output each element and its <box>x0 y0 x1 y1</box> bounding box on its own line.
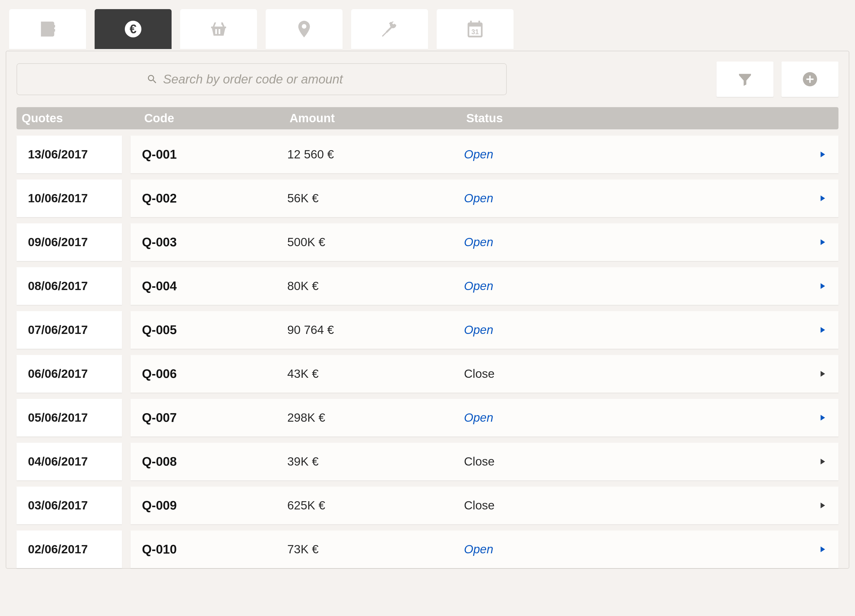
row-status: Close <box>464 455 810 469</box>
row-content[interactable]: Q-009625K €Close <box>130 487 838 524</box>
row-open-button[interactable] <box>810 412 827 423</box>
basket-icon <box>208 19 228 39</box>
row-status: Close <box>464 499 810 512</box>
row-code: Q-009 <box>142 498 287 513</box>
row-content[interactable]: Q-00480K €Open <box>130 267 838 305</box>
svg-text:31: 31 <box>471 28 479 35</box>
row-date: 08/06/2017 <box>17 267 122 305</box>
header-code: Code <box>144 112 290 125</box>
row-amount: 298K € <box>287 411 464 424</box>
row-date: 13/06/2017 <box>17 136 122 173</box>
tools-icon <box>380 19 400 39</box>
tab-euro[interactable]: € <box>95 9 172 49</box>
table-row: 07/06/2017Q-00590 764 €Open <box>17 311 838 349</box>
row-amount: 39K € <box>287 455 464 469</box>
row-open-button[interactable] <box>810 368 827 380</box>
chevron-right-icon <box>817 149 827 160</box>
row-open-button[interactable] <box>810 280 827 292</box>
filter-icon <box>737 71 753 87</box>
search-icon <box>147 74 158 85</box>
row-open-button[interactable] <box>810 324 827 336</box>
table-row: 10/06/2017Q-00256K €Open <box>17 179 838 217</box>
row-status: Open <box>464 235 810 249</box>
row-date: 06/06/2017 <box>17 355 122 392</box>
row-date: 09/06/2017 <box>17 224 122 261</box>
row-code: Q-006 <box>142 367 287 381</box>
header-quotes: Quotes <box>21 112 144 125</box>
row-code: Q-004 <box>142 279 287 293</box>
location-icon <box>294 19 314 39</box>
euro-icon: € <box>123 19 143 39</box>
chevron-right-icon <box>817 500 827 511</box>
row-amount: 56K € <box>287 192 464 205</box>
row-amount: 500K € <box>287 235 464 249</box>
table-row: 04/06/2017Q-00839K €Close <box>17 443 838 480</box>
table-row: 03/06/2017Q-009625K €Close <box>17 487 838 524</box>
chevron-right-icon <box>817 456 827 467</box>
plus-circle-icon <box>801 70 818 88</box>
row-open-button[interactable] <box>810 544 827 555</box>
row-amount: 12 560 € <box>287 147 464 161</box>
search-field[interactable] <box>17 63 507 95</box>
row-status: Close <box>464 367 810 381</box>
table-row: 05/06/2017Q-007298K €Open <box>17 399 838 437</box>
row-date: 03/06/2017 <box>17 487 122 524</box>
chevron-right-icon <box>817 324 827 336</box>
table-row: 08/06/2017Q-00480K €Open <box>17 267 838 305</box>
header-status: Status <box>466 112 834 125</box>
row-content[interactable]: Q-003500K €Open <box>130 224 838 261</box>
row-content[interactable]: Q-00590 764 €Open <box>130 311 838 349</box>
calendar-icon: 31 <box>465 19 485 39</box>
row-code: Q-010 <box>142 542 287 556</box>
svg-text:€: € <box>130 22 136 36</box>
row-status: Open <box>464 542 810 556</box>
quotes-panel: Quotes Code Amount Status 13/06/2017Q-00… <box>6 51 849 569</box>
row-amount: 43K € <box>287 367 464 381</box>
row-amount: 625K € <box>287 499 464 512</box>
header-amount: Amount <box>290 112 466 125</box>
tab-location[interactable] <box>266 9 343 49</box>
row-content[interactable]: Q-01073K €Open <box>130 530 838 568</box>
chevron-right-icon <box>817 193 827 204</box>
tab-tools[interactable] <box>351 9 428 49</box>
chevron-right-icon <box>817 412 827 423</box>
toolbar <box>17 61 838 97</box>
row-content[interactable]: Q-00839K €Close <box>130 443 838 480</box>
row-open-button[interactable] <box>810 236 827 248</box>
row-content[interactable]: Q-007298K €Open <box>130 399 838 437</box>
search-input[interactable] <box>163 72 377 86</box>
row-date: 04/06/2017 <box>17 443 122 480</box>
row-status: Open <box>464 323 810 337</box>
row-status: Open <box>464 192 810 205</box>
table-row: 13/06/2017Q-00112 560 €Open <box>17 136 838 173</box>
filter-button[interactable] <box>717 61 774 97</box>
row-status: Open <box>464 279 810 293</box>
row-open-button[interactable] <box>810 456 827 467</box>
tab-contact[interactable] <box>9 9 86 49</box>
row-open-button[interactable] <box>810 149 827 160</box>
chevron-right-icon <box>817 368 827 380</box>
tab-calendar[interactable]: 31 <box>437 9 513 49</box>
row-content[interactable]: Q-00643K €Close <box>130 355 838 392</box>
row-content[interactable]: Q-00112 560 €Open <box>130 136 838 173</box>
add-button[interactable] <box>781 61 838 97</box>
row-amount: 90 764 € <box>287 323 464 337</box>
contact-icon <box>38 19 58 39</box>
row-content[interactable]: Q-00256K €Open <box>130 179 838 217</box>
row-status: Open <box>464 147 810 161</box>
tab-basket[interactable] <box>180 9 257 49</box>
chevron-right-icon <box>817 236 827 248</box>
row-date: 05/06/2017 <box>17 399 122 437</box>
row-open-button[interactable] <box>810 193 827 204</box>
row-code: Q-003 <box>142 235 287 249</box>
row-code: Q-001 <box>142 147 287 162</box>
row-amount: 80K € <box>287 279 464 293</box>
row-open-button[interactable] <box>810 500 827 511</box>
row-code: Q-005 <box>142 323 287 337</box>
table-header: Quotes Code Amount Status <box>17 107 838 129</box>
chevron-right-icon <box>817 544 827 555</box>
table-row: 09/06/2017Q-003500K €Open <box>17 224 838 261</box>
row-status: Open <box>464 411 810 424</box>
row-code: Q-007 <box>142 411 287 425</box>
row-date: 10/06/2017 <box>17 179 122 217</box>
